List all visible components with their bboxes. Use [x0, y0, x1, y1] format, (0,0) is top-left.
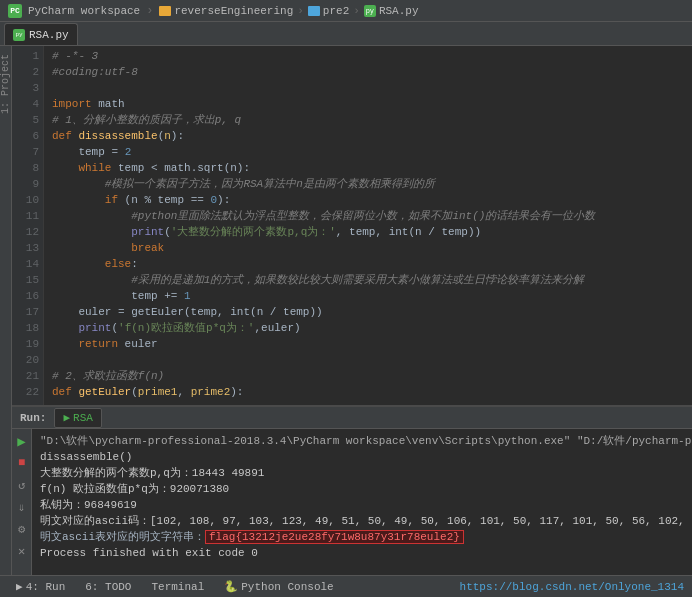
breadcrumb: reverseEngineering › pre2 › py RSA.py: [159, 5, 418, 17]
left-sidebar: 1: Project: [0, 46, 12, 575]
stop-button[interactable]: ■: [14, 455, 30, 471]
app-name: PyCharm workspace: [28, 5, 140, 17]
run-toolbar: ▶ ■ ↺ ⇓ ⚙ ✕: [12, 429, 32, 577]
bottom-bar: ▶ 4: Run 6: TODO Terminal 🐍 Python Conso…: [0, 575, 692, 597]
bottom-tab-run[interactable]: ▶ 4: Run: [8, 578, 73, 595]
run-label: Run:: [20, 412, 46, 424]
run-output-exit: Process finished with exit code 0: [40, 545, 692, 561]
project-panel-label[interactable]: 1: Project: [0, 50, 11, 118]
run-output-area: ▶ ■ ↺ ⇓ ⚙ ✕ "D:\软件\pycharm-professional-…: [12, 429, 692, 577]
run-panel: Run: ▶ RSA ▶ ■ ↺ ⇓ ⚙ ✕ "D:\软件\pycharm-: [12, 405, 692, 575]
tab-bar: py RSA.py: [0, 22, 692, 46]
run-output-3: f(n) 欧拉函数值p*q为：920071380: [40, 481, 692, 497]
bottom-tab-terminal[interactable]: Terminal: [143, 578, 212, 595]
run-tab-rsa[interactable]: ▶ RSA: [54, 408, 101, 428]
settings-button[interactable]: ⚙: [14, 521, 30, 537]
close-button[interactable]: ✕: [14, 543, 30, 559]
flag-value: flag{13212je2ue28fy71w8u87y31r78eule2}: [205, 530, 464, 544]
run-output-flag: 明文ascii表对应的明文字符串：flag{13212je2ue28fy71w8…: [40, 529, 692, 545]
tab-rsa[interactable]: py RSA.py: [4, 23, 78, 45]
run-output-5: 明文对应的ascii码：[102, 108, 97, 103, 123, 49,…: [40, 513, 692, 529]
run-output-1: dissassemble(): [40, 449, 692, 465]
py-file-icon: py: [364, 5, 376, 17]
folder-icon: [159, 6, 171, 16]
run-output-4: 私钥为：96849619: [40, 497, 692, 513]
run-panel-header: Run: ▶ RSA: [12, 407, 692, 429]
run-output: "D:\软件\pycharm-professional-2018.3.4\PyC…: [32, 429, 692, 577]
scroll-button[interactable]: ⇓: [14, 499, 30, 515]
rerun-button[interactable]: ↺: [14, 477, 30, 493]
app-icon: PC: [8, 4, 22, 18]
run-command-line: "D:\软件\pycharm-professional-2018.3.4\PyC…: [40, 433, 692, 449]
bottom-tab-python-console[interactable]: 🐍 Python Console: [216, 578, 341, 595]
tab-file-icon: py: [13, 29, 25, 41]
folder-icon-2: [308, 6, 320, 16]
run-output-2: 大整数分解的两个素数p,q为：18443 49891: [40, 465, 692, 481]
line-numbers: 1 2 3 4 5 6 7 8 9 10 11 12 13 14 15 16 1…: [12, 46, 44, 405]
bottom-tabs: ▶ 4: Run 6: TODO Terminal 🐍 Python Conso…: [8, 578, 342, 595]
code-editor[interactable]: # -*- 3 #coding:utf-8 import math # 1、分解…: [44, 46, 692, 405]
url-link[interactable]: https://blog.csdn.net/Onlyone_1314: [460, 580, 684, 594]
title-bar: PC PyCharm workspace › reverseEngineerin…: [0, 0, 692, 22]
bottom-tab-todo[interactable]: 6: TODO: [77, 578, 139, 595]
code-area: 1 2 3 4 5 6 7 8 9 10 11 12 13 14 15 16 1…: [12, 46, 692, 405]
run-button[interactable]: ▶: [14, 433, 30, 449]
